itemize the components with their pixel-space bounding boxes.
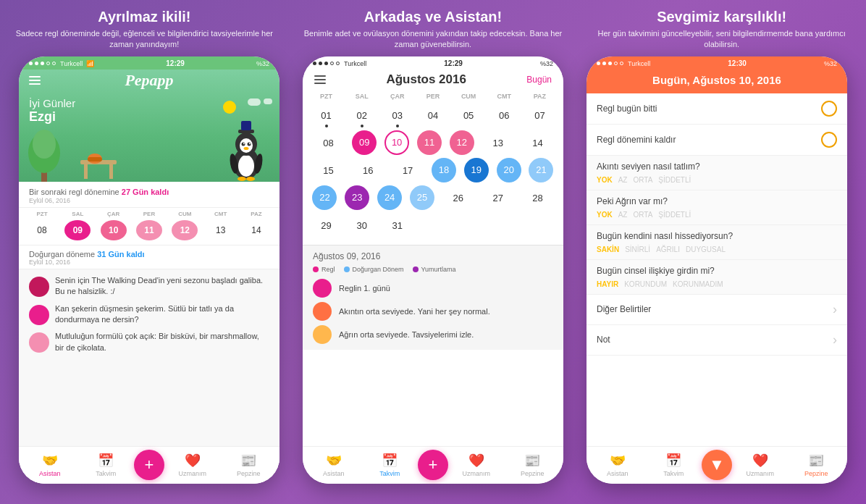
tracking-checklist-2[interactable]: Regl dönemini kaldır <box>587 125 847 156</box>
mood-opt-0[interactable]: SAKİN <box>597 245 619 253</box>
notes-item[interactable]: Not › <box>587 325 847 356</box>
p2-day-24[interactable]: 24 <box>377 185 402 210</box>
p2-day-empty3 <box>488 213 520 239</box>
p2-day-22[interactable]: 22 <box>312 185 337 210</box>
cal-day-08: 08 <box>29 220 55 240</box>
p2-day-21[interactable]: 21 <box>529 158 553 182</box>
p2-day-28[interactable]: 28 <box>521 185 553 211</box>
signal-dot <box>614 62 618 65</box>
mood-label: Bugün kendini nasıl hissediyorsun? <box>597 231 837 241</box>
p2-day-25[interactable]: 25 <box>410 185 434 210</box>
nav2-calendar[interactable]: 📅 Takvim <box>362 453 419 477</box>
pain-opt-0[interactable]: YOK <box>597 211 613 219</box>
p2-day-01[interactable]: 01 <box>311 103 342 129</box>
p2-day-08[interactable]: 08 <box>312 130 344 156</box>
nav-assistant-label: Asistan <box>39 470 61 477</box>
p2-week-4: 22 23 24 25 26 27 28 <box>308 185 558 211</box>
phone3-header: Bugün, Ağustos 10, 2016 <box>587 70 847 93</box>
nav3-expert[interactable]: ❤️ Uzmanım <box>732 453 789 477</box>
p2-day-12[interactable]: 12 <box>450 130 474 155</box>
mood-opt-3[interactable]: DUYGUSAL <box>686 245 726 253</box>
p2-day-27[interactable]: 27 <box>482 185 514 211</box>
status-bar-1: Turkcell 📶 12:29 %32 <box>19 56 279 70</box>
p2-day-17[interactable]: 17 <box>392 158 424 184</box>
p2-day-02[interactable]: 02 <box>346 103 378 129</box>
p2-day-04[interactable]: 04 <box>417 103 449 129</box>
picnic-table-icon <box>77 153 120 182</box>
battery-2: %32 <box>540 60 553 67</box>
nav-calendar[interactable]: 📅 Takvim <box>78 453 135 477</box>
p2-day-13[interactable]: 13 <box>482 130 514 156</box>
sex-opt-1[interactable]: KORUNDUM <box>624 280 667 288</box>
pain-opt-1[interactable]: AZ <box>618 211 628 219</box>
nav3-assistant[interactable]: 🤝 Asistan <box>589 453 646 477</box>
p2-day-16[interactable]: 16 <box>352 158 384 184</box>
p2-day-15[interactable]: 15 <box>312 158 344 184</box>
header-block-1: Ayrılmaz ikili! Sadece regl döneminde de… <box>7 9 282 51</box>
nav2-expert[interactable]: ❤️ Uzmanım <box>448 453 505 477</box>
fertile-text: Doğurgan döneme 31 Gün kaldı <box>29 250 269 259</box>
p2-day-05[interactable]: 05 <box>453 103 484 129</box>
nav2-pepzine[interactable]: 📰 Pepzine <box>505 453 561 477</box>
checklist-circle-1[interactable] <box>821 101 837 117</box>
flow-opt-3[interactable]: ŞİDDETLİ <box>658 176 691 184</box>
nav3-calendar[interactable]: 📅 Takvim <box>646 453 702 477</box>
mood-options: SAKİN SİNİRLİ AĞRILI DUYGUSAL <box>597 245 837 253</box>
tracking-checklist-1[interactable]: Regl bugün bitti <box>587 93 847 125</box>
arrow-icon-1: › <box>833 302 837 317</box>
signal-dot <box>41 62 44 65</box>
p2-week-3: 15 16 17 18 19 20 21 <box>308 158 558 184</box>
nav-pepzine[interactable]: 📰 Pepzine <box>221 453 277 477</box>
signal-dot <box>597 62 600 65</box>
p2-day-31[interactable]: 31 <box>382 213 413 239</box>
p2-day-14[interactable]: 14 <box>521 130 553 156</box>
sex-label: Bugün cinsel ilişkiye girdin mi? <box>597 266 837 276</box>
cal-day-12: 12 <box>172 220 198 240</box>
chat-text-2: Kan şekerin düşmesin şekerim. Sütlü bir … <box>55 303 269 326</box>
pain-opt-2[interactable]: ORTA <box>633 211 652 219</box>
nav-expert[interactable]: ❤️ Uzmanım <box>164 453 221 477</box>
other-symptoms-item[interactable]: Diğer Belirtiler › <box>587 295 847 325</box>
p2-header-pzt: PZT <box>311 93 342 100</box>
p2-day-26[interactable]: 26 <box>442 185 474 211</box>
carrier-2: Turkcell <box>344 60 366 67</box>
p2-day-23[interactable]: 23 <box>345 185 369 210</box>
flow-opt-0[interactable]: YOK <box>597 176 613 184</box>
p2-day-06[interactable]: 06 <box>488 103 520 129</box>
hamburger-menu[interactable] <box>29 76 41 85</box>
p2-day-30[interactable]: 30 <box>346 213 378 239</box>
nav3-calendar-label: Takvim <box>663 470 684 477</box>
pain-opt-3[interactable]: ŞİDDETLİ <box>658 211 691 219</box>
nav-calendar-label: Takvim <box>96 470 116 477</box>
legend-dot-blue <box>344 266 350 272</box>
sex-opt-0[interactable]: HAYIR <box>597 280 618 288</box>
today-button[interactable]: Bugün <box>526 75 552 85</box>
add-button-2[interactable]: + <box>418 450 448 480</box>
nav3-expert-label: Uzmanım <box>746 470 774 477</box>
checklist-circle-2[interactable] <box>821 132 837 148</box>
nav2-assistant[interactable]: 🤝 Asistan <box>306 453 362 477</box>
p2-day-03[interactable]: 03 <box>382 103 413 129</box>
cal-day-10: 10 <box>101 220 127 240</box>
nav3-pepzine[interactable]: 📰 Pepzine <box>789 453 845 477</box>
flow-opt-1[interactable]: AZ <box>618 176 628 184</box>
p2-day-19[interactable]: 19 <box>464 158 489 182</box>
p2-day-18[interactable]: 18 <box>432 158 456 182</box>
mood-opt-2[interactable]: AĞRILI <box>656 245 680 253</box>
p2-day-10[interactable]: 10 <box>384 130 409 155</box>
nav-assistant[interactable]: 🤝 Asistan <box>22 453 78 477</box>
p2-day-07[interactable]: 07 <box>524 103 555 129</box>
p2-day-09[interactable]: 09 <box>352 130 377 155</box>
p2-day-20[interactable]: 20 <box>497 158 521 182</box>
add-button-3[interactable]: ▼ <box>702 450 732 480</box>
cal-header-cmt: CMT <box>208 211 234 217</box>
header-block-3: Sevgimiz karşılıklı! Her gün takvimini g… <box>584 9 859 51</box>
signal-dot <box>620 62 623 65</box>
mood-opt-1[interactable]: SİNİRLİ <box>625 245 650 253</box>
add-button[interactable]: + <box>134 450 164 480</box>
p2-day-11[interactable]: 11 <box>417 130 442 155</box>
sex-opt-2[interactable]: KORUNMADIM <box>673 280 723 288</box>
hamburger-menu-2[interactable] <box>314 75 326 84</box>
flow-opt-2[interactable]: ORTA <box>633 176 652 184</box>
p2-day-29[interactable]: 29 <box>311 213 342 239</box>
